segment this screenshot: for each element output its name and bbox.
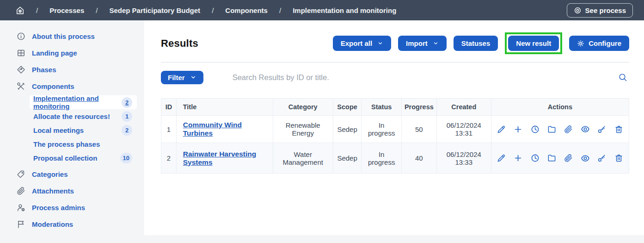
preview-eye-icon[interactable] bbox=[581, 125, 590, 134]
sidebar-item-components[interactable]: Components bbox=[0, 78, 144, 94]
search-input[interactable] bbox=[233, 73, 616, 82]
page-title: Results bbox=[161, 37, 198, 50]
column-header-category: Category bbox=[273, 99, 333, 116]
column-header-actions: Actions bbox=[491, 99, 629, 116]
paperclip-icon bbox=[17, 187, 25, 195]
sidebar-item-label: Categories bbox=[32, 170, 68, 178]
sidebar-subitem-the-process-phases[interactable]: The process phases bbox=[30, 137, 137, 151]
delete-trash-icon[interactable] bbox=[614, 154, 623, 163]
cell-created: 06/12/202413:31 bbox=[436, 116, 491, 143]
statuses-button[interactable]: Statuses bbox=[454, 36, 498, 51]
new-result-highlight-box: New result bbox=[505, 32, 562, 54]
subitem-label: Local meetings bbox=[33, 126, 84, 134]
add-plus-icon[interactable] bbox=[514, 154, 523, 163]
subitem-label: Proposal collection bbox=[33, 154, 97, 162]
permissions-key-icon[interactable] bbox=[597, 125, 607, 134]
cell-scope: Sedep bbox=[333, 143, 362, 174]
components-sub-list: Implementation and monitoring 2 Allocate… bbox=[0, 94, 144, 166]
result-title-link[interactable]: Rainwater Harvesting Systems bbox=[183, 150, 257, 166]
count-badge: 10 bbox=[120, 153, 132, 163]
add-plus-icon[interactable] bbox=[514, 125, 523, 134]
new-result-button[interactable]: New result bbox=[508, 36, 559, 51]
sidebar-item-phases[interactable]: Phases bbox=[0, 61, 144, 78]
breadcrumb-separator: / bbox=[36, 6, 38, 14]
breadcrumb-separator: / bbox=[279, 6, 281, 14]
edit-pencil-icon[interactable] bbox=[497, 154, 506, 163]
header-divider bbox=[161, 62, 629, 62]
sidebar-item-landing-page[interactable]: Landing page bbox=[0, 44, 144, 61]
search-icon bbox=[618, 73, 627, 82]
timeline-clock-icon[interactable] bbox=[530, 154, 540, 163]
home-icon[interactable] bbox=[16, 6, 25, 15]
configure-button[interactable]: Configure bbox=[569, 36, 629, 51]
table-row: 2 Rainwater Harvesting Systems Water Man… bbox=[161, 143, 629, 174]
column-header-scope: Scope bbox=[333, 99, 362, 116]
components-tools-icon bbox=[17, 82, 25, 91]
sidebar-subitem-local-meetings[interactable]: Local meetings 2 bbox=[30, 123, 137, 137]
cell-actions bbox=[491, 143, 629, 174]
see-process-button[interactable]: See process bbox=[567, 3, 633, 18]
results-table: ID Title Category Scope Status Progress … bbox=[161, 98, 629, 174]
main-content: Results Export all Import Statuses bbox=[144, 20, 644, 235]
subitem-label: Implementation and monitoring bbox=[33, 94, 122, 110]
result-title-link[interactable]: Community Wind Turbines bbox=[183, 121, 242, 137]
cell-category: Water Management bbox=[273, 143, 333, 174]
sidebar-item-label: Phases bbox=[32, 66, 56, 74]
column-header-id: ID bbox=[161, 99, 177, 116]
statuses-label: Statuses bbox=[461, 39, 491, 47]
cell-actions bbox=[491, 116, 629, 143]
flag-icon bbox=[17, 220, 25, 229]
sidebar-item-categories[interactable]: Categories bbox=[0, 166, 144, 182]
sidebar-subitem-allocate-the-resources[interactable]: Allocate the resources! 1 bbox=[30, 109, 137, 123]
edit-pencil-icon[interactable] bbox=[497, 125, 506, 134]
new-result-label: New result bbox=[516, 39, 551, 47]
count-badge: 2 bbox=[122, 97, 132, 108]
sidebar-item-label: Landing page bbox=[32, 49, 77, 57]
folder-icon[interactable] bbox=[547, 125, 556, 134]
count-badge: 1 bbox=[122, 111, 132, 122]
breadcrumb-current-component[interactable]: Implementation and monitoring bbox=[293, 6, 396, 14]
sidebar-item-about[interactable]: About this process bbox=[0, 28, 144, 44]
configure-label: Configure bbox=[589, 39, 621, 47]
sidebar-item-process-admins[interactable]: Process admins bbox=[0, 199, 144, 216]
chevron-down-icon bbox=[377, 40, 383, 46]
breadcrumb-process-name[interactable]: Sedep Participatory Budget bbox=[109, 6, 200, 14]
attachments-paperclip-icon[interactable] bbox=[564, 154, 573, 163]
sidebar-item-moderations[interactable]: Moderations bbox=[0, 216, 144, 232]
gear-icon bbox=[577, 40, 584, 47]
column-header-created: Created bbox=[436, 99, 491, 116]
export-all-button[interactable]: Export all bbox=[333, 36, 391, 51]
subitem-label: The process phases bbox=[33, 140, 100, 148]
cell-progress: 40 bbox=[401, 143, 436, 174]
cell-id: 2 bbox=[161, 143, 177, 174]
sidebar-item-label: Process admins bbox=[32, 204, 85, 212]
sidebar-item-attachments[interactable]: Attachments bbox=[0, 182, 144, 199]
cell-scope: Sedep bbox=[333, 116, 362, 143]
sidebar-subitem-proposal-collection[interactable]: Proposal collection 10 bbox=[30, 151, 137, 165]
preview-eye-icon[interactable] bbox=[581, 154, 590, 163]
column-header-progress: Progress bbox=[401, 99, 436, 116]
tag-icon bbox=[17, 170, 25, 179]
search-button[interactable] bbox=[616, 73, 629, 82]
cell-id: 1 bbox=[161, 116, 177, 143]
breadcrumb-processes[interactable]: Processes bbox=[49, 6, 84, 14]
timeline-clock-icon[interactable] bbox=[530, 125, 540, 134]
import-button[interactable]: Import bbox=[398, 36, 447, 51]
sidebar-item-label: Moderations bbox=[32, 220, 73, 228]
phases-icon bbox=[17, 65, 25, 74]
info-icon bbox=[17, 32, 25, 41]
breadcrumb-components[interactable]: Components bbox=[225, 6, 268, 14]
sidebar-item-label: About this process bbox=[32, 32, 95, 40]
sidebar-subitem-implementation-and-monitoring[interactable]: Implementation and monitoring 2 bbox=[30, 95, 137, 109]
delete-trash-icon[interactable] bbox=[614, 125, 623, 134]
breadcrumb: / Processes / Sedep Participatory Budget… bbox=[16, 6, 396, 15]
permissions-key-icon[interactable] bbox=[597, 154, 607, 163]
filter-button[interactable]: Filter bbox=[161, 71, 203, 84]
eye-target-icon bbox=[574, 6, 582, 14]
breadcrumb-separator: / bbox=[212, 6, 214, 14]
attachments-paperclip-icon[interactable] bbox=[564, 125, 573, 134]
topbar: / Processes / Sedep Participatory Budget… bbox=[0, 0, 644, 20]
import-label: Import bbox=[406, 39, 428, 47]
folder-icon[interactable] bbox=[547, 154, 556, 163]
chevron-down-icon bbox=[433, 40, 439, 46]
